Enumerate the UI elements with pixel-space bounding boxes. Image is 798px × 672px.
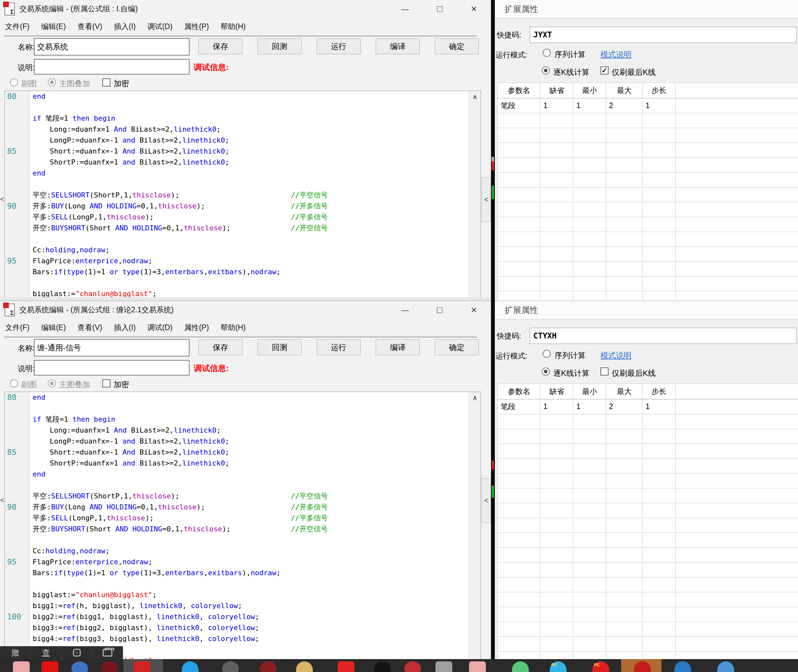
sub-chart-radio[interactable] xyxy=(10,78,18,86)
menu-item-file[interactable]: 文件(F) xyxy=(5,323,29,333)
taskbar-icon[interactable] xyxy=(101,661,118,672)
menu-item-debug[interactable]: 调试(D) xyxy=(147,323,172,333)
taskbar-icon[interactable] xyxy=(222,661,239,672)
param-cell[interactable]: 1 xyxy=(540,98,573,113)
taskbar-icon[interactable] xyxy=(13,661,30,672)
scrollbar[interactable]: ∧ xyxy=(469,91,481,297)
series-calc-radio[interactable] xyxy=(543,350,551,358)
param-cell[interactable]: 1 xyxy=(643,399,675,414)
window-titlebar[interactable]: Σ 交易系统编辑 - (所属公式组 : I.自编) xyxy=(0,0,491,18)
menu-item-debug[interactable]: 调试(D) xyxy=(147,22,172,32)
taskbar-icon[interactable]: PC xyxy=(550,661,567,672)
series-calc-radio[interactable] xyxy=(543,49,551,57)
taskbar-icon[interactable] xyxy=(512,661,529,672)
taskbar-icon[interactable] xyxy=(260,661,277,672)
save-button[interactable]: 保存 xyxy=(199,38,242,54)
collapse-right-button[interactable]: < xyxy=(482,178,491,222)
scroll-up-arrow[interactable]: ∧ xyxy=(469,394,481,402)
taskbar-icon[interactable] xyxy=(71,661,88,672)
collapse-right-button[interactable]: < xyxy=(482,478,491,523)
taskbar-icon[interactable] xyxy=(374,661,391,672)
menu-item-view[interactable]: 查看(V) xyxy=(77,323,103,333)
shortcut-code-input[interactable] xyxy=(530,328,796,344)
menu-item-attribute[interactable]: 属性(P) xyxy=(184,323,209,333)
backtest-button[interactable]: 回测 xyxy=(258,339,301,355)
last-bar-checkbox[interactable] xyxy=(601,368,609,376)
compile-button[interactable]: 编译 xyxy=(376,339,420,355)
undo-button[interactable]: 撤 xyxy=(0,646,30,659)
minimize-button[interactable]: — xyxy=(398,0,413,18)
minimize-button[interactable]: — xyxy=(398,301,413,319)
compile-button[interactable]: 编译 xyxy=(376,38,420,54)
menu-item-help[interactable]: 帮助(H) xyxy=(221,22,246,32)
per-bar-calc-radio[interactable] xyxy=(542,66,550,75)
per-bar-calc-radio[interactable] xyxy=(542,368,550,376)
scroll-up-arrow[interactable]: ∧ xyxy=(469,93,481,101)
code-area[interactable]: endif 笔段=1 then begin Long:=duanfx=1 And… xyxy=(30,91,469,297)
param-cell[interactable]: 笔段 xyxy=(498,399,540,414)
scrollbar[interactable]: ∧ xyxy=(469,392,481,662)
close-button[interactable]: × xyxy=(466,301,481,319)
code-editor[interactable]: 80859095 endif 笔段=1 then begin Long:=dua… xyxy=(5,91,481,297)
menu-item-insert[interactable]: 插入(I) xyxy=(114,22,136,32)
maximize-button[interactable]: □ xyxy=(432,301,447,319)
menu-item-attribute[interactable]: 属性(P) xyxy=(184,22,209,32)
menu-item-view[interactable]: 查看(V) xyxy=(77,22,103,32)
taskbar-icon[interactable] xyxy=(469,661,486,672)
main-chart-overlay-radio[interactable] xyxy=(48,78,56,86)
code-token: ref xyxy=(62,635,75,643)
run-button[interactable]: 运行 xyxy=(317,38,361,54)
name-input[interactable] xyxy=(34,38,189,56)
taskbar-icon[interactable] xyxy=(436,661,452,672)
param-cell[interactable]: 2 xyxy=(606,98,643,113)
sub-chart-radio[interactable] xyxy=(10,379,18,387)
name-input[interactable] xyxy=(34,339,189,357)
confirm-button[interactable]: 确定 xyxy=(435,339,479,355)
taskbar-icon[interactable] xyxy=(717,661,734,672)
code-token: BUYSHORT xyxy=(51,525,85,533)
param-cell[interactable]: 1 xyxy=(573,98,606,113)
shortcut-code-input[interactable] xyxy=(530,27,796,43)
mode-help-link[interactable]: 模式说明 xyxy=(601,350,631,361)
save-button[interactable]: 保存 xyxy=(199,339,242,355)
last-bar-checkbox[interactable] xyxy=(601,66,609,75)
menu-item-help[interactable]: 帮助(H) xyxy=(221,323,246,333)
code-editor[interactable]: 80859095100 endif 笔段=1 then begin Long:=… xyxy=(5,392,481,662)
window-mode-icon[interactable] xyxy=(92,646,123,659)
taskbar-icon[interactable] xyxy=(338,661,354,672)
collapse-left-handle[interactable]: < xyxy=(0,186,5,213)
main-chart-overlay-radio[interactable] xyxy=(48,379,56,387)
confirm-button[interactable]: 确定 xyxy=(435,38,479,54)
run-button[interactable]: 运行 xyxy=(317,339,361,355)
maximize-button[interactable]: □ xyxy=(432,0,447,18)
taskbar[interactable]: PCPC xyxy=(0,659,798,672)
window-titlebar[interactable]: Σ 交易系统编辑 - (所属公式组 : 缠论2.1交易系统) xyxy=(0,301,491,319)
settings-icon[interactable] xyxy=(62,646,92,659)
param-cell[interactable]: 1 xyxy=(573,399,606,414)
menu-item-file[interactable]: 文件(F) xyxy=(5,22,29,32)
param-cell[interactable]: 笔段 xyxy=(498,98,540,113)
taskbar-icon[interactable] xyxy=(296,661,313,672)
description-input[interactable] xyxy=(34,360,189,376)
taskbar-icon[interactable] xyxy=(675,661,691,672)
menu-item-edit[interactable]: 编辑(E) xyxy=(41,22,66,32)
param-cell[interactable]: 1 xyxy=(643,98,675,113)
mode-help-link[interactable]: 模式说明 xyxy=(601,50,631,60)
taskbar-icon[interactable] xyxy=(182,661,199,672)
encrypt-checkbox[interactable] xyxy=(103,78,111,86)
param-cell[interactable]: 2 xyxy=(606,399,643,414)
param-cell[interactable]: 1 xyxy=(540,399,573,414)
description-input[interactable] xyxy=(34,59,189,75)
encrypt-checkbox[interactable] xyxy=(103,379,111,387)
backtest-button[interactable]: 回测 xyxy=(258,38,301,54)
code-area[interactable]: endif 笔段=1 then begin Long:=duanfx=1 And… xyxy=(30,392,469,662)
taskbar-icon[interactable] xyxy=(404,661,421,672)
collapse-left-handle[interactable]: < xyxy=(0,486,5,514)
menu-item-insert[interactable]: 插入(I) xyxy=(114,323,136,333)
inspect-button[interactable]: 查 xyxy=(30,646,61,659)
taskbar-icon[interactable] xyxy=(42,661,58,672)
menu-item-edit[interactable]: 编辑(E) xyxy=(41,323,66,333)
taskbar-icon[interactable] xyxy=(134,661,151,672)
taskbar-icon[interactable]: PC xyxy=(592,661,609,672)
close-button[interactable]: × xyxy=(466,0,481,18)
